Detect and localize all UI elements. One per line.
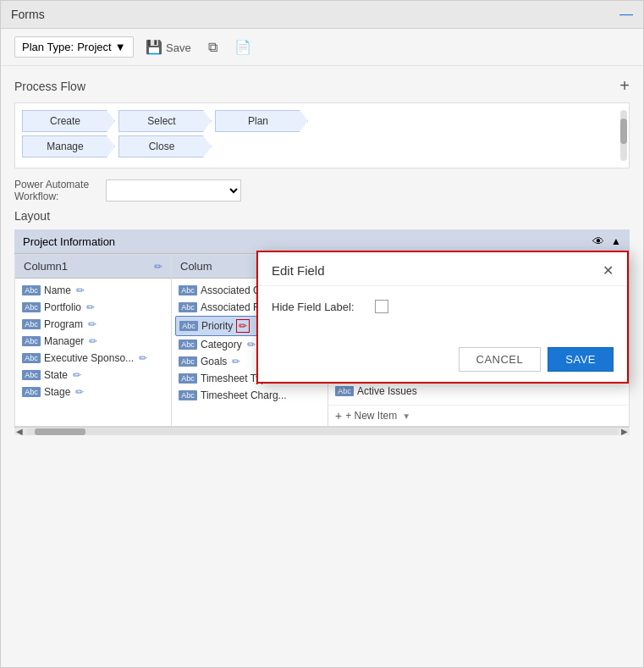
hide-field-label-row: Hide Field Label: [272,300,614,313]
modal-close-button[interactable]: ✕ [603,262,614,279]
modal-title: Edit Field [272,263,325,278]
modal-header: Edit Field ✕ [258,252,627,286]
hide-field-checkbox[interactable] [375,300,388,313]
cancel-button[interactable]: CANCEL [459,347,542,372]
modal-body: Hide Field Label: [258,286,627,340]
edit-field-dialog: Edit Field ✕ Hide Field Label: CANCEL SA… [256,251,629,384]
modal-footer: CANCEL SAVE [258,340,627,382]
modal-save-button[interactable]: SAVE [548,347,614,372]
hide-field-label-text: Hide Field Label: [272,301,365,313]
modal-overlay: Edit Field ✕ Hide Field Label: CANCEL SA… [1,1,643,667]
main-window: Forms — Plan Type: Project ▼ 💾 Save ⧉ 📄 … [0,0,644,668]
